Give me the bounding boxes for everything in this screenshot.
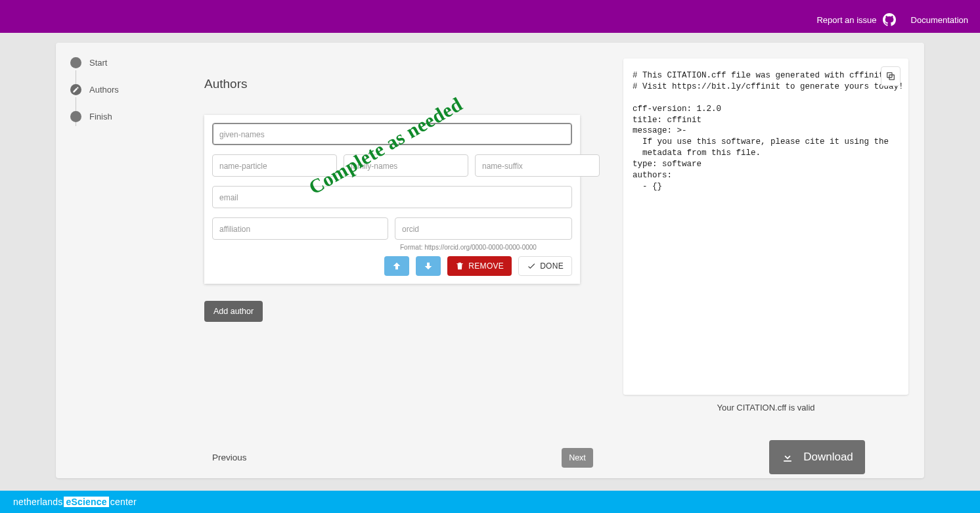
card-button-row: REMOVE DONE (212, 256, 572, 276)
footer-escience-box: eScience (64, 497, 108, 507)
report-issue-label: Report an issue (816, 15, 876, 25)
form-column: Authors Format: https://orcid.org/0000-0… (204, 77, 612, 322)
name-particle-input[interactable] (212, 154, 337, 177)
download-icon (781, 451, 794, 464)
given-names-input[interactable] (212, 123, 572, 145)
step-dot-icon (70, 111, 81, 122)
family-names-input[interactable] (344, 154, 468, 177)
documentation-link[interactable]: Documentation (911, 15, 968, 25)
name-suffix-input[interactable] (475, 154, 600, 177)
previous-link[interactable]: Previous (212, 453, 247, 462)
top-accent-bar (0, 0, 980, 7)
step-finish-label: Finish (89, 112, 112, 122)
documentation-label: Documentation (911, 15, 968, 25)
move-down-button[interactable] (416, 256, 441, 276)
step-finish[interactable]: Finish (70, 111, 175, 122)
page-title: Authors (204, 77, 612, 91)
download-label: Download (803, 451, 853, 464)
affiliation-input[interactable] (212, 217, 388, 240)
step-start[interactable]: Start (70, 57, 175, 68)
cff-preview-panel: # This CITATION.cff file was generated w… (623, 58, 908, 395)
validation-message: Your CITATION.cff is valid (623, 403, 908, 413)
github-icon (882, 12, 897, 27)
pencil-icon (72, 86, 79, 93)
remove-label: REMOVE (468, 261, 504, 271)
arrow-up-icon (391, 261, 402, 271)
copy-icon (885, 71, 896, 81)
trash-icon (455, 261, 464, 271)
orcid-format-hint: Format: https://orcid.org/0000-0000-0000… (400, 244, 572, 251)
email-input[interactable] (212, 186, 572, 208)
step-authors-label: Authors (89, 85, 119, 95)
footer-text-pre: netherlands (13, 497, 62, 507)
next-button[interactable]: Next (562, 448, 593, 468)
move-up-button[interactable] (384, 256, 409, 276)
add-author-button[interactable]: Add author (204, 301, 263, 322)
check-icon (527, 261, 536, 271)
step-dot-icon (70, 57, 81, 68)
main-card: Start Authors Finish Authors (56, 43, 924, 478)
step-start-label: Start (89, 58, 107, 68)
step-authors[interactable]: Authors (70, 84, 175, 95)
header-bar: Report an issue Documentation (0, 7, 980, 33)
cff-preview-text: # This CITATION.cff file was generated w… (633, 71, 904, 191)
footer-bar: netherlands eScience center (0, 491, 980, 513)
done-label: DONE (540, 261, 564, 271)
stepper: Start Authors Finish (70, 57, 175, 138)
report-issue-link[interactable]: Report an issue (816, 12, 896, 27)
download-button[interactable]: Download (769, 440, 865, 474)
done-button[interactable]: DONE (518, 256, 572, 276)
copy-button[interactable] (881, 66, 901, 86)
orcid-input[interactable] (395, 217, 572, 240)
author-card: Format: https://orcid.org/0000-0000-0000… (204, 115, 580, 284)
remove-button[interactable]: REMOVE (447, 256, 512, 276)
arrow-down-icon (423, 261, 434, 271)
step-dot-icon (70, 84, 81, 95)
footer-text-post: center (110, 497, 137, 507)
